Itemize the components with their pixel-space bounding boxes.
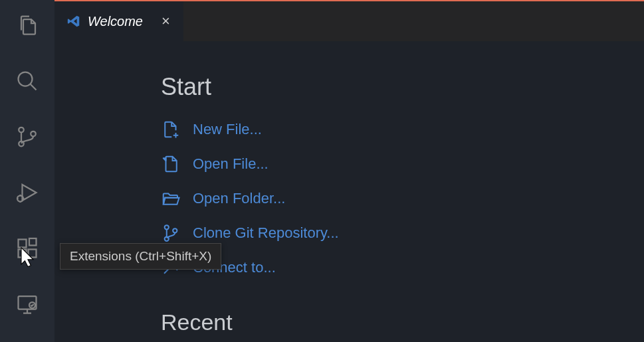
vscode-icon <box>66 14 81 29</box>
extensions-icon <box>15 236 39 260</box>
svg-point-1 <box>19 128 24 133</box>
tab-bar: Welcome × <box>54 0 644 41</box>
activity-search[interactable] <box>11 65 43 97</box>
activity-extensions[interactable] <box>11 232 43 264</box>
svg-rect-7 <box>29 250 37 258</box>
remote-explorer-icon <box>15 292 39 316</box>
start-list: New File... Open File... Open Folder... <box>161 120 644 278</box>
start-open-folder[interactable]: Open Folder... <box>161 189 644 209</box>
svg-rect-8 <box>29 238 37 246</box>
source-control-icon <box>15 125 39 149</box>
start-connect-to[interactable]: Connect to... <box>161 258 644 278</box>
search-icon <box>15 69 39 93</box>
activity-explorer[interactable] <box>11 9 43 41</box>
close-icon[interactable]: × <box>161 14 170 29</box>
run-debug-icon <box>15 181 39 205</box>
open-file-icon <box>161 154 181 174</box>
svg-point-3 <box>31 131 36 137</box>
tooltip-text: Extensions (Ctrl+Shift+X) <box>70 249 211 263</box>
svg-point-13 <box>173 228 177 232</box>
tooltip-extensions: Extensions (Ctrl+Shift+X) <box>60 243 221 270</box>
activity-source-control[interactable] <box>11 121 43 153</box>
start-open-file[interactable]: Open File... <box>161 154 644 174</box>
svg-point-0 <box>19 72 33 86</box>
open-folder-icon <box>161 189 181 209</box>
start-item-label: Open File... <box>193 155 268 173</box>
start-item-label: Clone Git Repository... <box>193 224 339 242</box>
new-file-icon <box>161 120 181 139</box>
activity-run-debug[interactable] <box>11 177 43 209</box>
recent-heading: Recent <box>161 309 644 335</box>
git-clone-icon <box>161 223 181 243</box>
svg-point-11 <box>165 225 169 229</box>
editor-area: Welcome × Start New File... Open File... <box>54 0 644 342</box>
svg-rect-5 <box>19 240 27 248</box>
svg-rect-6 <box>19 250 27 258</box>
start-item-label: Open Folder... <box>193 190 285 207</box>
start-new-file[interactable]: New File... <box>161 120 644 139</box>
start-clone-git[interactable]: Clone Git Repository... <box>161 223 644 243</box>
activity-remote[interactable] <box>11 288 43 320</box>
activity-bar <box>0 0 54 342</box>
files-icon <box>15 13 39 37</box>
tab-welcome[interactable]: Welcome × <box>54 1 183 41</box>
start-item-label: New File... <box>193 121 262 138</box>
welcome-page: Start New File... Open File... Open Fold… <box>54 41 644 342</box>
start-heading: Start <box>161 73 644 101</box>
tab-label: Welcome <box>88 14 143 29</box>
